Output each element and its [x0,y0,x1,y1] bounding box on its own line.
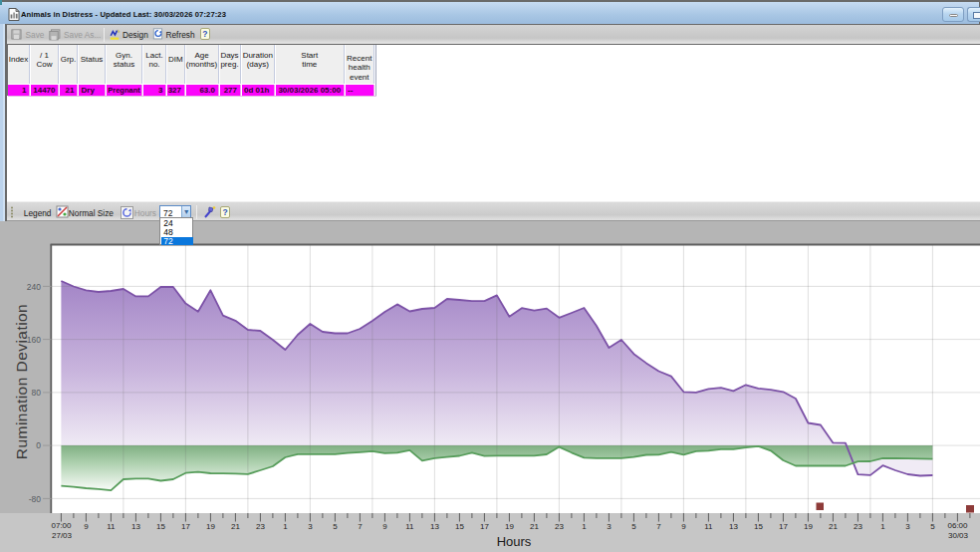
svg-text:11: 11 [704,522,713,531]
svg-text:3: 3 [607,522,612,531]
svg-text:5: 5 [930,522,935,531]
svg-text:13: 13 [729,522,738,531]
svg-text:9: 9 [681,522,686,531]
svg-text:7: 7 [358,522,363,531]
svg-text:13: 13 [131,522,140,531]
svg-text:240: 240 [27,282,41,292]
svg-text:27/03: 27/03 [52,531,73,540]
svg-text:80: 80 [32,388,42,398]
svg-text:17: 17 [779,522,788,531]
svg-text:11: 11 [405,522,414,531]
svg-text:1: 1 [582,522,587,531]
svg-text:3: 3 [905,522,910,531]
svg-text:5: 5 [333,522,338,531]
svg-text:7: 7 [656,522,661,531]
svg-text:9: 9 [382,522,387,531]
svg-text:1: 1 [880,522,885,531]
svg-text:3: 3 [308,522,313,531]
svg-text:Hours: Hours [497,534,532,549]
svg-text:15: 15 [754,522,763,531]
svg-text:15: 15 [455,522,464,531]
svg-text:9: 9 [84,522,89,531]
svg-text:17: 17 [181,522,190,531]
svg-text:-80: -80 [29,494,42,504]
svg-text:21: 21 [231,522,240,531]
svg-text:06:00: 06:00 [947,521,968,530]
svg-text:0: 0 [36,440,41,450]
svg-text:07:00: 07:00 [51,521,72,530]
svg-text:15: 15 [156,522,165,531]
svg-text:21: 21 [530,522,539,531]
svg-text:23: 23 [555,522,564,531]
svg-text:5: 5 [631,522,636,531]
svg-text:30/03: 30/03 [948,531,969,540]
svg-text:23: 23 [854,522,862,531]
svg-text:21: 21 [829,522,838,531]
svg-text:17: 17 [480,522,489,531]
svg-text:1: 1 [283,522,288,531]
svg-text:11: 11 [107,522,116,531]
svg-text:19: 19 [505,522,514,531]
svg-text:19: 19 [804,522,813,531]
svg-text:Rumination Deviation: Rumination Deviation [13,304,30,459]
svg-text:23: 23 [256,522,265,531]
svg-text:19: 19 [206,522,215,531]
svg-text:13: 13 [430,522,439,531]
